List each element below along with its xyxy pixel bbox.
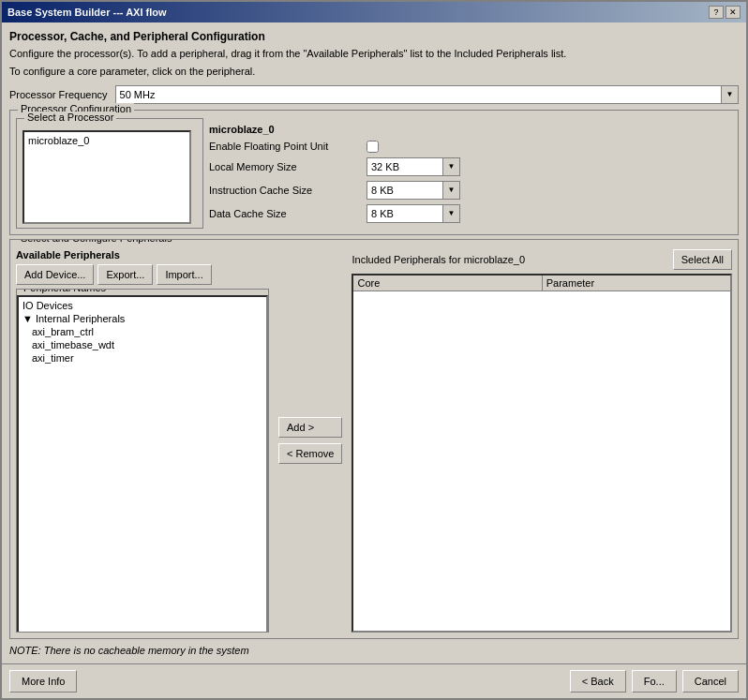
title-bar-buttons: ? ✕: [709, 6, 741, 19]
floating-point-checkbox[interactable]: [367, 141, 379, 153]
local-memory-combo[interactable]: 32 KB ▼: [367, 157, 460, 176]
bottom-bar: More Info < Back Fo... Cancel: [2, 663, 746, 698]
main-window: Base System Builder --- AXI flow ? ✕ Pro…: [0, 0, 748, 700]
microblaze-config: microblaze_0 Enable Floating Point Unit …: [209, 118, 732, 229]
title-bar: Base System Builder --- AXI flow ? ✕: [2, 2, 746, 22]
add-remove-buttons: Add > < Remove: [275, 249, 346, 633]
data-cache-combo[interactable]: 8 KB ▼: [367, 204, 460, 223]
peripheral-tree[interactable]: IO Devices ▼ Internal Peripherals axi_br…: [17, 295, 268, 633]
processor-item[interactable]: microblaze_0: [26, 134, 187, 147]
peripherals-content: Available Peripherals Add Device... Expo…: [16, 249, 732, 633]
local-memory-label: Local Memory Size: [209, 161, 359, 172]
more-info-button[interactable]: More Info: [9, 670, 77, 693]
window-title: Base System Builder --- AXI flow: [7, 7, 167, 18]
help-button[interactable]: ?: [709, 6, 724, 19]
freq-combo[interactable]: 50 MHz ▼: [115, 85, 739, 104]
bottom-right-buttons: < Back Fo... Cancel: [570, 670, 739, 693]
import-button[interactable]: Import...: [157, 264, 211, 285]
included-peripherals: Included Peripherals for microblaze_0 Se…: [352, 249, 732, 633]
local-memory-value: 32 KB: [367, 161, 442, 172]
proc-config-content: Select a Processor microblaze_0 microbla…: [16, 114, 732, 229]
included-table: Core Parameter: [352, 274, 732, 633]
tree-item-axi-timer[interactable]: axi_timer: [21, 351, 264, 365]
tree-item-internal-peripherals[interactable]: ▼ Internal Peripherals: [21, 312, 264, 325]
close-button[interactable]: ✕: [726, 6, 741, 19]
mb-title: microblaze_0: [209, 124, 732, 135]
peripheral-names-label: Peripheral Names: [21, 289, 109, 293]
main-content: Processor, Cache, and Peripheral Configu…: [2, 22, 746, 663]
freq-value: 50 MHz: [116, 89, 721, 100]
forward-button[interactable]: Fo...: [632, 670, 677, 693]
data-cache-value: 8 KB: [367, 208, 442, 219]
back-button[interactable]: < Back: [570, 670, 626, 693]
description-line2: To configure a core parameter, click on …: [9, 65, 739, 79]
peripherals-label: Select and Configure Peripherals: [18, 239, 174, 244]
processor-frequency-row: Processor Frequency 50 MHz ▼: [9, 85, 739, 104]
local-memory-row: Local Memory Size 32 KB ▼: [209, 157, 732, 176]
core-column-header: Core: [353, 276, 542, 290]
tree-item-io-devices[interactable]: IO Devices: [21, 299, 264, 312]
freq-label: Processor Frequency: [9, 89, 108, 100]
add-device-button[interactable]: Add Device...: [16, 264, 94, 285]
freq-dropdown-arrow[interactable]: ▼: [721, 86, 738, 103]
peripherals-section: Select and Configure Peripherals Availab…: [9, 239, 739, 639]
export-button[interactable]: Export...: [97, 264, 153, 285]
data-cache-arrow[interactable]: ▼: [442, 205, 459, 222]
page-title: Processor, Cache, and Peripheral Configu…: [9, 30, 739, 43]
included-title: Included Peripherals for microblaze_0: [352, 254, 525, 265]
select-processor-box: Select a Processor microblaze_0: [16, 118, 203, 229]
data-cache-label: Data Cache Size: [209, 208, 359, 219]
available-peripherals: Available Peripherals Add Device... Expo…: [16, 249, 269, 633]
table-header: Core Parameter: [353, 276, 730, 291]
instruction-cache-value: 8 KB: [367, 185, 442, 196]
floating-point-row: Enable Floating Point Unit: [209, 141, 732, 153]
remove-button[interactable]: < Remove: [278, 443, 342, 464]
tree-item-axi-timebase-wdt[interactable]: axi_timebase_wdt: [21, 338, 264, 351]
add-button[interactable]: Add >: [278, 417, 342, 438]
parameter-column-header: Parameter: [543, 276, 730, 290]
data-cache-row: Data Cache Size 8 KB ▼: [209, 204, 732, 223]
peripheral-tree-box: Peripheral Names IO Devices ▼ Internal P…: [16, 289, 269, 633]
description-line1: Configure the processor(s). To add a per…: [9, 47, 739, 61]
processor-list[interactable]: microblaze_0: [22, 130, 191, 224]
tree-item-axi-bram-ctrl[interactable]: axi_bram_ctrl: [21, 325, 264, 338]
available-title: Available Peripherals: [16, 249, 269, 261]
processor-config-group: Processor Configuration Select a Process…: [9, 110, 739, 235]
select-processor-label: Select a Processor: [24, 112, 116, 123]
note: NOTE: There is no cacheable memory in th…: [9, 645, 739, 656]
instruction-cache-row: Instruction Cache Size 8 KB ▼: [209, 181, 732, 200]
instruction-cache-combo[interactable]: 8 KB ▼: [367, 181, 460, 200]
included-header: Included Peripherals for microblaze_0 Se…: [352, 249, 732, 270]
instruction-cache-label: Instruction Cache Size: [209, 185, 359, 196]
instruction-cache-arrow[interactable]: ▼: [442, 182, 459, 199]
floating-point-label: Enable Floating Point Unit: [209, 141, 359, 152]
cancel-button[interactable]: Cancel: [682, 670, 739, 693]
local-memory-arrow[interactable]: ▼: [442, 158, 459, 175]
select-all-button[interactable]: Select All: [673, 249, 732, 270]
button-row: Add Device... Export... Import...: [16, 264, 269, 285]
